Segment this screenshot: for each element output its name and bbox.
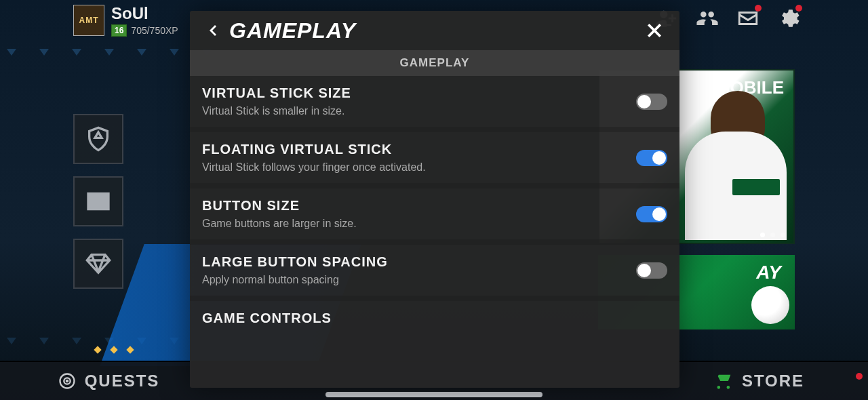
toggle-switch[interactable]	[636, 262, 667, 279]
setting-row: FLOATING VIRTUAL STICKVirtual Stick foll…	[190, 132, 679, 188]
setting-title: GAME CONTROLS	[202, 311, 667, 326]
notification-dot	[856, 373, 863, 380]
toggle-switch[interactable]	[636, 94, 667, 110]
friends-icon[interactable]	[696, 7, 719, 30]
level-badge: 16	[111, 24, 127, 37]
back-button[interactable]	[203, 21, 222, 40]
setting-title: FLOATING VIRTUAL STICK	[202, 142, 636, 157]
mail-icon[interactable]	[736, 7, 760, 30]
avatar[interactable]: AMT	[73, 5, 104, 36]
side-btn-gem[interactable]	[73, 239, 123, 289]
setting-desc: Virtual Stick follows your finger once a…	[202, 161, 636, 174]
setting-row: BUTTON SIZEGame buttons are larger in si…	[190, 188, 679, 245]
side-btn-news[interactable]	[73, 176, 123, 226]
modal-title: GAMEPLAY	[229, 18, 356, 43]
xp-text: 705/750XP	[131, 25, 178, 36]
setting-row: VIRTUAL STICK SIZEVirtual Stick is small…	[190, 76, 679, 132]
nav-store[interactable]: STORE	[651, 372, 868, 391]
settings-modal: GAMEPLAY GAMEPLAY VIRTUAL STICK SIZEVirt…	[190, 11, 679, 388]
settings-icon[interactable]	[777, 7, 800, 30]
setting-title: BUTTON SIZE	[202, 198, 636, 214]
setting-title: VIRTUAL STICK SIZE	[202, 85, 636, 101]
setting-desc: Virtual Stick is smaller in size.	[202, 105, 636, 117]
setting-desc: Game buttons are larger in size.	[202, 218, 636, 230]
username: SoUl	[111, 4, 178, 23]
setting-row: LARGE BUTTON SPACINGApply normal button …	[190, 245, 679, 301]
toggle-switch[interactable]	[636, 206, 667, 222]
nav-quests[interactable]: QUESTS	[0, 372, 217, 391]
user-badge[interactable]: AMT SoUl 16 705/750XP	[73, 4, 178, 37]
setting-row: GAME CONTROLS	[190, 301, 679, 336]
nav-quests-label: QUESTS	[85, 372, 160, 391]
section-header: GAMEPLAY	[190, 50, 679, 76]
home-indicator	[326, 392, 542, 397]
promo2-label: AY	[756, 262, 781, 283]
svg-point-2	[66, 380, 67, 382]
setting-desc: Apply normal button spacing	[202, 274, 636, 286]
carousel-dots[interactable]	[760, 233, 785, 237]
ball-graphic	[751, 286, 789, 324]
nav-store-label: STORE	[742, 372, 804, 391]
notification-dot	[755, 5, 762, 12]
close-button[interactable]	[643, 19, 666, 42]
setting-title: LARGE BUTTON SPACING	[202, 254, 636, 270]
toggle-switch[interactable]	[636, 150, 667, 166]
spark-decor	[95, 347, 133, 353]
notification-dot	[795, 5, 802, 12]
side-btn-shield[interactable]	[73, 114, 123, 164]
